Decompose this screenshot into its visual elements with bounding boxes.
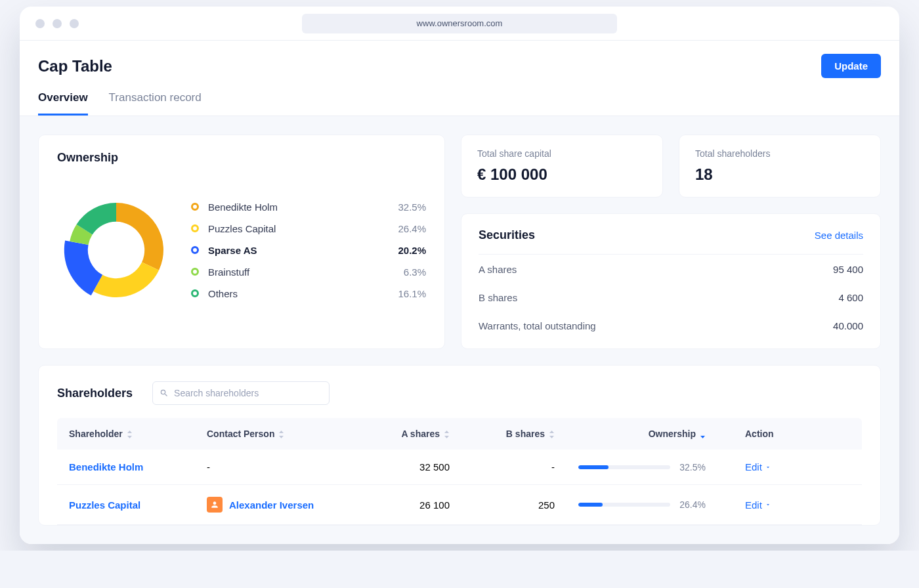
see-details-link[interactable]: See details <box>815 230 863 241</box>
table-row: Puzzles CapitalAlexander Iversen26 10025… <box>57 485 862 525</box>
page-header: Cap Table Update <box>20 41 899 78</box>
col-contact[interactable]: Contact Person <box>207 429 351 439</box>
shareholders-card: Shareholders Shareholder Contact Person … <box>38 365 881 526</box>
shareholders-title: Shareholders <box>57 387 133 400</box>
col-a-shares[interactable]: A shares <box>351 429 450 439</box>
b-shares-value: 250 <box>450 499 555 511</box>
contact-link[interactable]: Alexander Iversen <box>229 499 314 511</box>
security-value: 4 600 <box>838 292 863 303</box>
sort-active-icon <box>700 430 706 438</box>
ownership-pct: 26.4% <box>679 499 706 510</box>
total-share-capital-card: Total share capital € 100 000 <box>461 135 663 198</box>
ownership-pct: 32.5% <box>679 462 706 472</box>
ownership-legend: Benedikte Holm32.5%Puzzles Capital26.4%S… <box>191 196 426 304</box>
contact-person[interactable]: Alexander Iversen <box>207 497 351 513</box>
securities-card: Securities See details A shares95 400B s… <box>461 213 881 349</box>
tab-overview[interactable]: Overview <box>38 91 88 116</box>
avatar-icon <box>207 497 223 513</box>
securities-title: Securities <box>479 228 535 242</box>
stat-value: € 100 000 <box>477 165 647 184</box>
a-shares-value: 32 500 <box>351 461 450 472</box>
legend-row: Puzzles Capital26.4% <box>191 218 426 240</box>
legend-name: Sparse AS <box>208 245 398 256</box>
security-value: 40.000 <box>833 320 863 331</box>
shareholder-link[interactable]: Puzzles Capital <box>69 499 140 511</box>
col-b-shares[interactable]: B shares <box>450 429 555 439</box>
legend-row: Benedikte Holm32.5% <box>191 196 426 218</box>
legend-row: Others16.1% <box>191 283 426 304</box>
chevron-down-icon <box>765 501 771 508</box>
sort-icon <box>444 430 450 438</box>
edit-button[interactable]: Edit <box>745 499 771 511</box>
sort-icon <box>549 430 555 438</box>
legend-pct: 6.3% <box>404 266 426 278</box>
traffic-dot <box>70 19 79 28</box>
legend-name: Puzzles Capital <box>208 223 398 234</box>
chevron-down-icon <box>765 464 771 471</box>
search-input-wrapper[interactable] <box>152 381 330 405</box>
traffic-dot <box>35 19 45 28</box>
browser-window: www.ownersroom.com Cap Table Update Over… <box>20 7 899 544</box>
url-text: www.ownersroom.com <box>417 18 503 28</box>
stat-label: Total shareholders <box>695 148 865 159</box>
legend-row: Brainstuff6.3% <box>191 261 426 283</box>
security-row: B shares4 600 <box>479 283 863 303</box>
legend-dot-icon <box>191 246 199 254</box>
legend-pct: 32.5% <box>398 201 426 213</box>
legend-dot-icon <box>191 289 199 297</box>
stat-value: 18 <box>695 165 865 184</box>
ownership-bar: 26.4% <box>555 499 706 510</box>
donut-slice <box>93 262 159 297</box>
total-shareholders-card: Total shareholders 18 <box>679 135 881 198</box>
security-label: Warrants, total outstanding <box>479 320 596 331</box>
page-title: Cap Table <box>38 57 112 75</box>
shareholder-link[interactable]: Benedikte Holm <box>69 461 143 472</box>
col-ownership[interactable]: Ownership <box>555 429 725 439</box>
security-row: A shares95 400 <box>479 255 863 275</box>
ownership-title: Ownership <box>57 151 426 165</box>
traffic-lights <box>35 19 79 28</box>
ownership-donut-chart <box>57 191 175 309</box>
contact-empty: - <box>207 461 351 472</box>
content-area: Ownership Benedikte Holm32.5%Puzzles Cap… <box>20 116 899 544</box>
stat-label: Total share capital <box>477 148 647 159</box>
legend-name: Brainstuff <box>208 266 404 278</box>
legend-row: Sparse AS20.2% <box>191 240 426 261</box>
update-button[interactable]: Update <box>821 54 881 78</box>
shareholders-table: Shareholder Contact Person A shares B sh… <box>57 418 862 525</box>
sort-icon <box>127 430 133 438</box>
tab-transaction-record[interactable]: Transaction record <box>109 91 202 116</box>
security-value: 95 400 <box>833 264 863 275</box>
ownership-bar: 32.5% <box>555 462 706 472</box>
table-row: Benedikte Holm-32 500-32.5%Edit <box>57 450 862 485</box>
search-icon <box>160 388 169 398</box>
ownership-card: Ownership Benedikte Holm32.5%Puzzles Cap… <box>38 135 445 349</box>
b-shares-value: - <box>450 461 555 472</box>
legend-pct: 26.4% <box>398 223 426 234</box>
col-shareholder[interactable]: Shareholder <box>69 429 207 439</box>
legend-pct: 16.1% <box>398 288 426 299</box>
security-label: B shares <box>479 292 517 303</box>
donut-slice <box>116 203 163 270</box>
security-row: Warrants, total outstanding40.000 <box>479 311 863 331</box>
security-label: A shares <box>479 264 517 275</box>
traffic-dot <box>53 19 62 28</box>
legend-dot-icon <box>191 203 199 211</box>
legend-dot-icon <box>191 268 199 276</box>
search-input[interactable] <box>174 388 322 398</box>
sort-icon <box>278 430 284 438</box>
legend-name: Benedikte Holm <box>208 201 398 213</box>
edit-button[interactable]: Edit <box>745 461 771 472</box>
browser-title-bar: www.ownersroom.com <box>20 7 899 41</box>
a-shares-value: 26 100 <box>351 499 450 511</box>
table-header: Shareholder Contact Person A shares B sh… <box>57 418 862 450</box>
legend-pct: 20.2% <box>398 245 426 256</box>
url-bar[interactable]: www.ownersroom.com <box>302 14 617 33</box>
col-action: Action <box>725 429 850 439</box>
legend-name: Others <box>208 288 398 299</box>
legend-dot-icon <box>191 224 199 232</box>
tab-bar: OverviewTransaction record <box>20 78 899 116</box>
